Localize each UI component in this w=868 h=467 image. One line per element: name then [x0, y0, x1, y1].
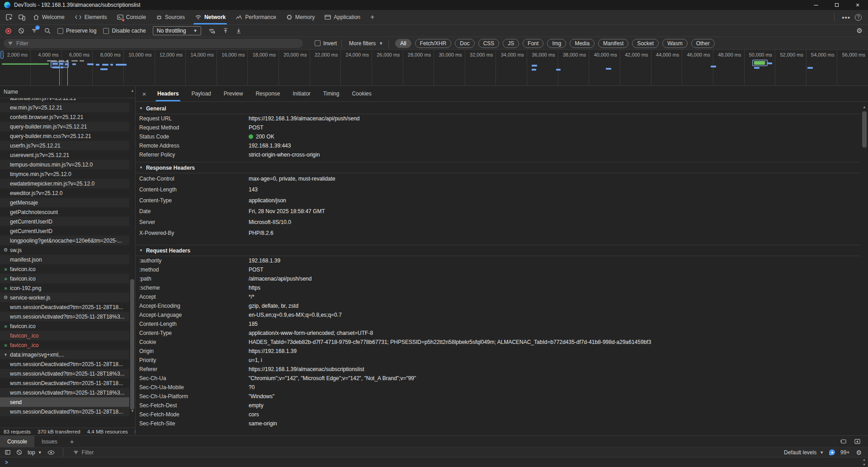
request-row[interactable]: manifest.json — [0, 255, 129, 264]
header-row[interactable]: CookieHADES_TabId=73deb82b-d7f7-4718-975… — [136, 338, 861, 347]
live-expression-eye-icon[interactable] — [47, 450, 55, 455]
request-row[interactable]: »favicon.ico — [0, 264, 129, 274]
new-tab-button[interactable]: + — [365, 10, 379, 24]
request-row[interactable]: getPatchnotescount — [0, 207, 129, 217]
section-header[interactable]: ▼Request Headers — [136, 245, 861, 256]
pill-manifest[interactable]: Manifest — [598, 39, 628, 48]
header-row[interactable]: Accept-Languageen-US,en;q=0.9,es-MX;q=0.… — [136, 310, 861, 319]
header-row[interactable]: Accept-Encodinggzip, deflate, br, zstd — [136, 301, 861, 310]
collapse-drawer-icon[interactable] — [854, 438, 861, 444]
request-row[interactable]: »favicon_.ico — [0, 340, 129, 350]
request-row[interactable]: getCurrentUserID — [0, 217, 129, 226]
close-detail-icon[interactable]: × — [137, 90, 151, 98]
scroll-up-icon[interactable]: ▲ — [863, 458, 866, 461]
request-row[interactable]: wsm.sessionDeactivated?tm=2025-11-28T18.… — [0, 378, 129, 388]
request-row[interactable]: eweditor.js?v=25.12.0 — [0, 188, 129, 198]
request-row[interactable]: getMensaje — [0, 198, 129, 207]
detail-tab-headers[interactable]: Headers — [151, 86, 185, 101]
detail-tab-response[interactable]: Response — [249, 86, 286, 101]
minimize-button[interactable] — [806, 0, 826, 10]
tab-console[interactable]: Console — [112, 10, 151, 24]
request-row[interactable]: wsm.sessionDeactivated?tm=2025-11-28T18.… — [0, 302, 129, 312]
request-row[interactable]: »favicon.ico — [0, 274, 129, 283]
tab-memory[interactable]: Memory — [281, 10, 320, 24]
header-row[interactable]: Cache-Controlmax-age=0, private, must-re… — [136, 173, 861, 184]
pill-all[interactable]: All — [395, 39, 411, 48]
tab-application[interactable]: Application — [320, 10, 365, 24]
detail-tab-preview[interactable]: Preview — [217, 86, 250, 101]
header-row[interactable]: :path/almacenac/api/push/send — [136, 274, 861, 283]
request-row[interactable]: query-builder.min.js?v=25.12.21 — [0, 122, 129, 131]
header-row[interactable]: Remote Address192.168.1.39:443 — [136, 141, 861, 150]
header-row[interactable]: Priorityu=1, i — [136, 356, 861, 365]
header-row[interactable]: Sec-Fetch-Modecors — [136, 410, 861, 419]
pill-media[interactable]: Media — [570, 39, 594, 48]
filter-toggle-icon[interactable]: × — [31, 28, 38, 34]
header-row[interactable]: :authority192.168.1.39 — [136, 256, 861, 265]
more-options-icon[interactable]: ••• — [837, 14, 855, 21]
inspect-element-icon[interactable] — [3, 10, 15, 24]
scrollbar-thumb[interactable] — [130, 279, 134, 410]
tab-welcome[interactable]: Welcome — [28, 10, 70, 24]
header-row[interactable]: Request URLhttps://192.168.1.39/almacena… — [136, 114, 861, 123]
network-settings-gear-icon[interactable]: ⚙ — [857, 27, 863, 35]
section-header[interactable]: ▼Response Headers — [136, 162, 861, 173]
request-row[interactable]: wsm.sessionDeactivated?tm=2025-11-28T18.… — [0, 407, 129, 416]
export-har-icon[interactable] — [236, 28, 242, 34]
pill-socket[interactable]: Socket — [632, 39, 659, 48]
request-row[interactable]: confetti.browser.js?v=25.12.21 — [0, 112, 129, 122]
header-row[interactable]: Sec-Fetch-Sitesame-origin — [136, 419, 861, 428]
console-sidebar-icon[interactable] — [840, 438, 847, 444]
import-har-icon[interactable] — [222, 28, 229, 34]
section-header[interactable]: ▼General — [136, 103, 861, 114]
header-row[interactable]: Sec-Ch-Ua-Mobile?0 — [136, 383, 861, 392]
tab-console[interactable]: Console — [0, 436, 34, 447]
close-button[interactable]: × — [847, 0, 868, 10]
header-row[interactable]: Content-Typeapplication/json — [136, 195, 861, 206]
network-conditions-icon[interactable] — [208, 28, 216, 34]
clear-network-log-icon[interactable] — [18, 28, 24, 34]
tab-elements[interactable]: Elements — [70, 10, 112, 24]
detail-tab-initiator[interactable]: Initiator — [286, 86, 316, 101]
pill-other[interactable]: Other — [691, 39, 715, 48]
device-toolbar-icon[interactable] — [15, 10, 28, 24]
pill-font[interactable]: Font — [523, 39, 543, 48]
request-row[interactable]: ewdatetimepicker.min.js?v=25.12.0 — [0, 179, 129, 188]
network-filter-input[interactable]: Filter — [4, 39, 303, 48]
header-row[interactable]: Content-Typeapplication/x-www-form-urlen… — [136, 329, 861, 338]
console-prompt[interactable]: > — [0, 457, 868, 467]
request-row[interactable]: favicon_.ico — [0, 331, 129, 340]
scrollbar-thumb[interactable] — [862, 111, 867, 148]
request-row[interactable]: ⚙service-worker.js — [0, 293, 129, 302]
request-row[interactable]: longpooling?get&nocache=120e6&tm=2025-..… — [0, 236, 129, 245]
header-row[interactable]: Refererhttps://192.168.1.39/almacenac/su… — [136, 365, 861, 374]
request-row[interactable]: getCurrentUserID — [0, 226, 129, 236]
pill-img[interactable]: Img — [547, 39, 566, 48]
header-row[interactable]: Request MethodPOST — [136, 123, 861, 132]
request-row[interactable]: wsm.sessionActivated?tm=2025-11-28T18%3.… — [0, 388, 129, 397]
pill-wasm[interactable]: Wasm — [662, 39, 688, 48]
default-levels-select[interactable]: Default levels▼ — [784, 449, 824, 456]
header-row[interactable]: :methodPOST — [136, 265, 861, 274]
header-row[interactable]: Sec-Fetch-Destempty — [136, 401, 861, 410]
header-row[interactable]: Originhttps://192.168.1.39 — [136, 347, 861, 356]
issues-bubble-icon[interactable] — [829, 449, 835, 455]
name-column-header[interactable]: Name — [0, 86, 135, 98]
header-row[interactable]: Content-Length143 — [136, 184, 861, 195]
request-row[interactable]: send — [0, 397, 129, 407]
console-filter-input[interactable]: Filter — [71, 448, 779, 456]
request-row[interactable]: ⚙sw.js — [0, 245, 129, 255]
throttling-select[interactable]: No throttling▼ — [153, 26, 202, 35]
search-icon[interactable] — [44, 28, 51, 34]
request-row[interactable]: userevent.js?v=25.12.21 — [0, 150, 129, 160]
request-row[interactable]: »icon-192.png — [0, 283, 129, 293]
disable-cache-checkbox[interactable]: Disable cache — [103, 28, 146, 34]
request-row[interactable]: »favicon.ico — [0, 321, 129, 331]
request-row[interactable]: ew.min.js?v=25.12.21 — [0, 103, 129, 112]
help-icon[interactable]: ? — [855, 14, 862, 21]
tab-sources[interactable]: Sources — [151, 10, 190, 24]
scroll-down-icon[interactable]: ▼ — [863, 463, 866, 466]
scroll-down-icon[interactable]: ▼ — [131, 409, 134, 413]
request-row[interactable]: tempus-dominus.min.js?v=25.12.0 — [0, 160, 129, 169]
tab-network[interactable]: Network — [190, 10, 231, 24]
